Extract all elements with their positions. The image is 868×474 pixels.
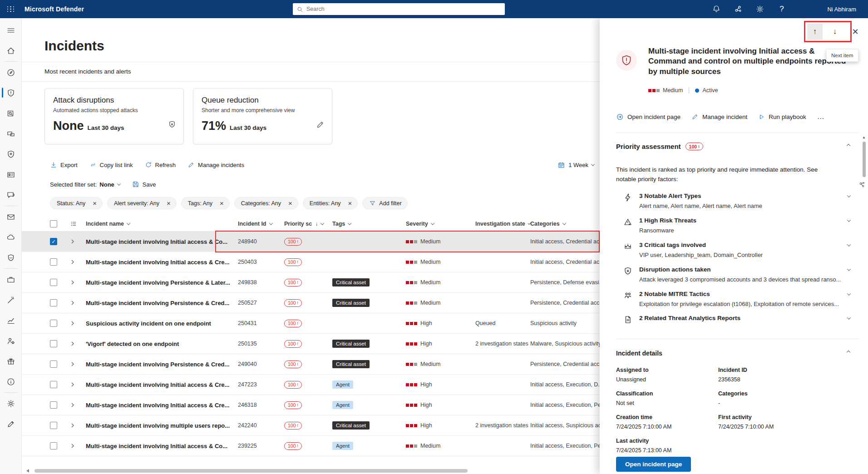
row-checkbox[interactable] xyxy=(50,320,57,327)
table-row[interactable]: Multi-stage incident involving Initial a… xyxy=(22,395,600,415)
open-incident-page-button[interactable]: Open incident page xyxy=(616,457,691,472)
priority-factor[interactable]: 2 Notable MITRE Tactics Exploitation for… xyxy=(623,291,850,308)
incident-name-link[interactable]: Suspicious activity incident on one endp… xyxy=(86,320,238,327)
sidebar-item-permissions[interactable] xyxy=(0,331,22,351)
chevron-down-icon[interactable] xyxy=(847,193,851,197)
incident-name-link[interactable]: Multi-stage incident involving Persisten… xyxy=(86,300,238,306)
filter-pill[interactable]: Status: Any× xyxy=(50,197,103,209)
sidebar-item-automation[interactable] xyxy=(0,290,22,310)
row-checkbox[interactable] xyxy=(50,279,57,286)
clear-filter-icon[interactable]: × xyxy=(220,200,224,207)
sidebar-item-reports[interactable] xyxy=(0,310,22,331)
add-filter-button[interactable]: Add filter xyxy=(362,197,407,209)
col-categories[interactable]: Categories xyxy=(530,221,600,227)
expand-row-icon[interactable] xyxy=(70,443,75,449)
priority-factor[interactable]: 3 Notable Alert Types Alert name, Alert … xyxy=(623,193,850,210)
expand-row-icon[interactable] xyxy=(70,361,75,367)
refresh-button[interactable]: Refresh xyxy=(145,161,176,168)
row-checkbox[interactable] xyxy=(50,442,57,449)
sidebar-item-settings[interactable] xyxy=(0,393,22,414)
next-item-button[interactable]: ↓ xyxy=(827,24,843,40)
sidebar-item-devices[interactable] xyxy=(0,123,22,144)
incident-name-link[interactable]: Multi-stage incident involving Initial a… xyxy=(86,259,238,266)
scrollbar-thumb[interactable] xyxy=(35,469,468,473)
row-checkbox[interactable] xyxy=(50,360,57,368)
filter-pill[interactable]: Alert severity: Any× xyxy=(107,197,177,209)
sidebar-item-home[interactable] xyxy=(0,40,22,61)
sidebar-item-trials[interactable] xyxy=(0,351,22,371)
scroll-left-icon[interactable] xyxy=(26,469,29,473)
expand-row-icon[interactable] xyxy=(70,239,75,244)
priority-factor[interactable]: 3 Critical tags involved VIP user, Leade… xyxy=(623,242,850,259)
row-checkbox[interactable] xyxy=(50,401,57,409)
incident-name-link[interactable]: Multi-stage incident involving Initial a… xyxy=(86,381,238,388)
col-tags[interactable]: Tags xyxy=(332,221,406,227)
table-row[interactable]: Multi-stage incident involving multiple … xyxy=(22,415,600,436)
incident-name-link[interactable]: Multi-stage incident involving Initial a… xyxy=(86,238,238,245)
help-icon[interactable]: ? xyxy=(777,5,786,14)
panel-scrollbar-thumb[interactable] xyxy=(863,142,866,177)
col-priority[interactable]: Priority sc↓ xyxy=(284,221,332,227)
save-filter-button[interactable]: Save xyxy=(132,181,156,188)
table-row[interactable]: ✓ Multi-stage incident involving Initial… xyxy=(22,232,600,252)
settings-gear-icon[interactable] xyxy=(755,5,764,14)
community-icon[interactable] xyxy=(734,5,743,14)
sidebar-item-identities[interactable] xyxy=(0,164,22,185)
expand-row-icon[interactable] xyxy=(70,259,75,265)
row-checkbox[interactable]: ✓ xyxy=(50,238,57,245)
incident-name-link[interactable]: Multi-stage incident involving Initial a… xyxy=(86,443,238,449)
search-input[interactable] xyxy=(306,6,501,12)
app-launcher-icon[interactable] xyxy=(0,0,22,18)
collapse-section-icon[interactable] xyxy=(847,144,850,148)
sidebar-item-incidents[interactable] xyxy=(0,83,22,103)
sidebar-item-policies[interactable] xyxy=(0,247,22,268)
sidebar-item-customize-navigation[interactable] xyxy=(0,414,22,434)
clear-filter-icon[interactable]: × xyxy=(348,200,352,207)
table-row[interactable]: Multi-stage incident involving Persisten… xyxy=(22,272,600,293)
group-list-icon[interactable] xyxy=(70,220,77,227)
filter-pill[interactable]: Entities: Any× xyxy=(303,197,358,209)
export-button[interactable]: Export xyxy=(50,161,78,168)
copy-list-link-button[interactable]: Copy list link xyxy=(89,161,133,168)
filter-pill[interactable]: Tags: Any× xyxy=(181,197,230,209)
expand-row-icon[interactable] xyxy=(70,402,75,408)
table-row[interactable]: Multi-stage incident involving Persisten… xyxy=(22,354,600,375)
sidebar-item-help[interactable] xyxy=(0,371,22,392)
table-row[interactable]: Multi-stage incident involving Initial a… xyxy=(22,375,600,395)
incident-name-link[interactable]: Multi-stage incident involving Persisten… xyxy=(86,279,238,286)
incident-name-link[interactable]: Multi-stage incident involving multiple … xyxy=(86,422,238,429)
run-playbook-action[interactable]: Run playbook xyxy=(758,114,806,120)
chevron-down-icon[interactable] xyxy=(847,218,851,222)
scroll-up-icon[interactable]: ▲ xyxy=(862,135,866,139)
sidebar-item-menu[interactable] xyxy=(0,20,22,40)
sidebar-item-email-collaboration[interactable] xyxy=(0,207,22,227)
expand-row-icon[interactable] xyxy=(70,280,75,285)
table-row[interactable]: Multi-stage incident involving Initial a… xyxy=(22,252,600,272)
chevron-down-icon[interactable] xyxy=(847,242,851,246)
table-row[interactable]: 'Vigorf' detected on one endpoint 250135… xyxy=(22,334,600,354)
expand-row-icon[interactable] xyxy=(70,382,75,387)
priority-factor[interactable]: 2 Related Threat Analytics Reports xyxy=(623,315,850,324)
table-row[interactable]: Multi-stage incident involving Initial a… xyxy=(22,436,600,456)
open-incident-page-action[interactable]: Open incident page xyxy=(616,113,681,121)
time-range-picker[interactable]: 1 Week xyxy=(557,161,594,169)
row-checkbox[interactable] xyxy=(50,299,57,306)
row-checkbox[interactable] xyxy=(50,422,57,429)
filter-set-dropdown[interactable]: None xyxy=(99,181,120,188)
clear-filter-icon[interactable]: × xyxy=(288,200,292,207)
more-actions-icon[interactable]: … xyxy=(817,113,825,121)
priority-factor[interactable]: 1 High Risk Threats Ransomware xyxy=(623,217,850,235)
col-investigation-state[interactable]: Investigation state xyxy=(475,221,530,227)
row-checkbox[interactable] xyxy=(50,258,57,266)
clear-filter-icon[interactable]: × xyxy=(93,200,97,207)
col-incident-name[interactable]: Incident name xyxy=(86,221,238,227)
chevron-down-icon[interactable] xyxy=(847,267,851,271)
sidebar-item-hunting[interactable] xyxy=(0,144,22,164)
user-name[interactable]: Ni Abhiram xyxy=(827,0,856,18)
expand-row-icon[interactable] xyxy=(70,300,75,306)
sidebar-item-exposure-management[interactable] xyxy=(0,62,22,83)
horizontal-scrollbar[interactable] xyxy=(22,469,600,473)
priority-factor[interactable]: Disruption actions taken Attack leverage… xyxy=(623,266,850,284)
col-incident-id[interactable]: Incident Id xyxy=(238,221,284,227)
manage-incident-action[interactable]: Manage incident xyxy=(691,113,747,120)
